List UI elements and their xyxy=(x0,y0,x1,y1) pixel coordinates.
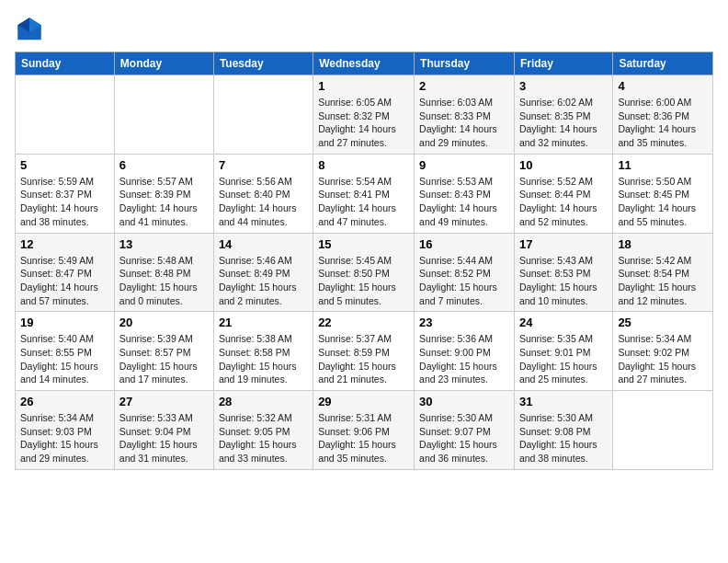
day-cell: 4Sunrise: 6:00 AM Sunset: 8:36 PM Daylig… xyxy=(613,75,713,155)
day-info: Sunrise: 5:45 AM Sunset: 8:50 PM Dayligh… xyxy=(318,254,409,308)
day-cell: 30Sunrise: 5:30 AM Sunset: 9:07 PM Dayli… xyxy=(415,391,515,470)
day-info: Sunrise: 5:48 AM Sunset: 8:48 PM Dayligh… xyxy=(119,254,209,308)
day-number: 3 xyxy=(519,79,608,93)
day-cell: 11Sunrise: 5:50 AM Sunset: 8:45 PM Dayli… xyxy=(613,154,713,233)
day-number: 19 xyxy=(20,316,109,329)
day-cell: 19Sunrise: 5:40 AM Sunset: 8:55 PM Dayli… xyxy=(16,312,115,391)
col-header-saturday: Saturday xyxy=(613,52,713,75)
day-number: 22 xyxy=(318,316,409,329)
col-header-sunday: Sunday xyxy=(16,52,115,75)
day-number: 12 xyxy=(20,237,109,251)
day-info: Sunrise: 5:59 AM Sunset: 8:37 PM Dayligh… xyxy=(20,175,109,229)
day-info: Sunrise: 5:31 AM Sunset: 9:06 PM Dayligh… xyxy=(318,411,409,465)
col-header-thursday: Thursday xyxy=(415,52,515,75)
day-number: 6 xyxy=(119,158,209,172)
day-number: 25 xyxy=(618,316,708,329)
day-number: 30 xyxy=(419,395,509,408)
day-cell: 23Sunrise: 5:36 AM Sunset: 9:00 PM Dayli… xyxy=(415,312,515,391)
day-info: Sunrise: 5:54 AM Sunset: 8:41 PM Dayligh… xyxy=(318,175,409,229)
day-info: Sunrise: 5:57 AM Sunset: 8:39 PM Dayligh… xyxy=(119,175,209,229)
day-number: 29 xyxy=(318,395,409,408)
day-number: 23 xyxy=(419,316,509,329)
header-row: SundayMondayTuesdayWednesdayThursdayFrid… xyxy=(16,52,713,75)
day-number: 14 xyxy=(219,237,308,251)
day-number: 9 xyxy=(419,158,509,172)
day-info: Sunrise: 6:02 AM Sunset: 8:35 PM Dayligh… xyxy=(519,96,608,150)
day-number: 8 xyxy=(318,158,409,172)
day-cell: 7Sunrise: 5:56 AM Sunset: 8:40 PM Daylig… xyxy=(213,154,313,233)
calendar-table: SundayMondayTuesdayWednesdayThursdayFrid… xyxy=(15,52,713,470)
day-cell: 24Sunrise: 5:35 AM Sunset: 9:01 PM Dayli… xyxy=(514,312,612,391)
day-cell: 29Sunrise: 5:31 AM Sunset: 9:06 PM Dayli… xyxy=(313,391,415,470)
day-cell xyxy=(114,75,213,155)
day-number: 24 xyxy=(519,316,608,329)
day-info: Sunrise: 5:36 AM Sunset: 9:00 PM Dayligh… xyxy=(419,332,509,386)
logo-icon xyxy=(15,15,44,44)
day-cell: 21Sunrise: 5:38 AM Sunset: 8:58 PM Dayli… xyxy=(213,312,313,391)
day-cell: 28Sunrise: 5:32 AM Sunset: 9:05 PM Dayli… xyxy=(213,391,313,470)
day-info: Sunrise: 5:52 AM Sunset: 8:44 PM Dayligh… xyxy=(519,175,608,229)
day-info: Sunrise: 5:44 AM Sunset: 8:52 PM Dayligh… xyxy=(419,254,509,308)
day-info: Sunrise: 5:30 AM Sunset: 9:07 PM Dayligh… xyxy=(419,411,509,465)
page-header xyxy=(15,15,713,44)
day-number: 26 xyxy=(20,395,109,408)
day-cell: 8Sunrise: 5:54 AM Sunset: 8:41 PM Daylig… xyxy=(313,154,415,233)
day-number: 11 xyxy=(618,158,708,172)
week-row-4: 19Sunrise: 5:40 AM Sunset: 8:55 PM Dayli… xyxy=(16,312,713,391)
day-info: Sunrise: 5:42 AM Sunset: 8:54 PM Dayligh… xyxy=(618,254,708,308)
day-number: 1 xyxy=(318,79,409,93)
day-info: Sunrise: 5:50 AM Sunset: 8:45 PM Dayligh… xyxy=(618,175,708,229)
day-info: Sunrise: 6:03 AM Sunset: 8:33 PM Dayligh… xyxy=(419,96,509,150)
day-number: 27 xyxy=(119,395,209,408)
day-cell: 13Sunrise: 5:48 AM Sunset: 8:48 PM Dayli… xyxy=(114,233,213,312)
day-number: 16 xyxy=(419,237,509,251)
logo xyxy=(15,15,50,44)
day-number: 17 xyxy=(519,237,608,251)
day-number: 18 xyxy=(618,237,708,251)
day-cell: 1Sunrise: 6:05 AM Sunset: 8:32 PM Daylig… xyxy=(313,75,415,155)
col-header-tuesday: Tuesday xyxy=(213,52,313,75)
day-cell: 12Sunrise: 5:49 AM Sunset: 8:47 PM Dayli… xyxy=(16,233,115,312)
day-number: 2 xyxy=(419,79,509,93)
day-info: Sunrise: 5:53 AM Sunset: 8:43 PM Dayligh… xyxy=(419,175,509,229)
day-info: Sunrise: 5:37 AM Sunset: 8:59 PM Dayligh… xyxy=(318,332,409,386)
day-cell: 6Sunrise: 5:57 AM Sunset: 8:39 PM Daylig… xyxy=(114,154,213,233)
day-number: 4 xyxy=(618,79,708,93)
day-info: Sunrise: 5:43 AM Sunset: 8:53 PM Dayligh… xyxy=(519,254,608,308)
day-cell: 9Sunrise: 5:53 AM Sunset: 8:43 PM Daylig… xyxy=(415,154,515,233)
day-number: 28 xyxy=(219,395,308,408)
day-cell: 22Sunrise: 5:37 AM Sunset: 8:59 PM Dayli… xyxy=(313,312,415,391)
day-number: 7 xyxy=(219,158,308,172)
day-info: Sunrise: 5:30 AM Sunset: 9:08 PM Dayligh… xyxy=(519,411,608,465)
day-info: Sunrise: 5:40 AM Sunset: 8:55 PM Dayligh… xyxy=(20,332,109,386)
day-cell xyxy=(213,75,313,155)
col-header-monday: Monday xyxy=(114,52,213,75)
day-number: 21 xyxy=(219,316,308,329)
day-cell: 2Sunrise: 6:03 AM Sunset: 8:33 PM Daylig… xyxy=(415,75,515,155)
day-cell: 10Sunrise: 5:52 AM Sunset: 8:44 PM Dayli… xyxy=(514,154,612,233)
day-cell: 25Sunrise: 5:34 AM Sunset: 9:02 PM Dayli… xyxy=(613,312,713,391)
day-cell: 17Sunrise: 5:43 AM Sunset: 8:53 PM Dayli… xyxy=(514,233,612,312)
day-cell xyxy=(16,75,115,155)
day-number: 13 xyxy=(119,237,209,251)
day-cell xyxy=(613,391,713,470)
day-number: 31 xyxy=(519,395,608,408)
day-number: 5 xyxy=(20,158,109,172)
day-info: Sunrise: 5:34 AM Sunset: 9:03 PM Dayligh… xyxy=(20,411,109,465)
day-info: Sunrise: 6:00 AM Sunset: 8:36 PM Dayligh… xyxy=(618,96,708,150)
day-info: Sunrise: 5:49 AM Sunset: 8:47 PM Dayligh… xyxy=(20,254,109,308)
day-info: Sunrise: 5:35 AM Sunset: 9:01 PM Dayligh… xyxy=(519,332,608,386)
day-cell: 15Sunrise: 5:45 AM Sunset: 8:50 PM Dayli… xyxy=(313,233,415,312)
day-cell: 18Sunrise: 5:42 AM Sunset: 8:54 PM Dayli… xyxy=(613,233,713,312)
week-row-1: 1Sunrise: 6:05 AM Sunset: 8:32 PM Daylig… xyxy=(16,75,713,155)
day-cell: 14Sunrise: 5:46 AM Sunset: 8:49 PM Dayli… xyxy=(213,233,313,312)
day-info: Sunrise: 5:38 AM Sunset: 8:58 PM Dayligh… xyxy=(219,332,308,386)
day-cell: 20Sunrise: 5:39 AM Sunset: 8:57 PM Dayli… xyxy=(114,312,213,391)
day-info: Sunrise: 5:56 AM Sunset: 8:40 PM Dayligh… xyxy=(219,175,308,229)
day-number: 10 xyxy=(519,158,608,172)
day-info: Sunrise: 5:46 AM Sunset: 8:49 PM Dayligh… xyxy=(219,254,308,308)
week-row-5: 26Sunrise: 5:34 AM Sunset: 9:03 PM Dayli… xyxy=(16,391,713,470)
day-cell: 26Sunrise: 5:34 AM Sunset: 9:03 PM Dayli… xyxy=(16,391,115,470)
day-cell: 27Sunrise: 5:33 AM Sunset: 9:04 PM Dayli… xyxy=(114,391,213,470)
day-number: 15 xyxy=(318,237,409,251)
